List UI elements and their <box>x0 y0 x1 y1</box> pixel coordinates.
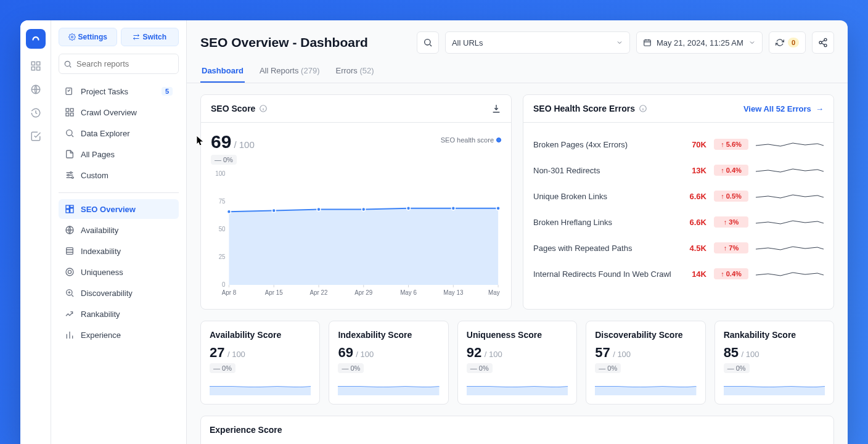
tasks-icon <box>65 86 75 96</box>
sidebar-item-rankability[interactable]: Rankability <box>59 304 179 324</box>
chevron-down-icon <box>616 39 623 46</box>
svg-rect-1 <box>36 62 39 65</box>
date-dropdown[interactable]: May 21, 2024, 11:25 AM <box>636 31 763 54</box>
info-icon[interactable] <box>639 104 647 113</box>
main-area: SEO Overview - Dashboard All URLs May 21… <box>187 20 848 444</box>
refresh-button[interactable]: 0 <box>769 31 806 54</box>
sidebar-item-project-tasks[interactable]: Project Tasks5 <box>59 81 179 101</box>
svg-marker-59 <box>467 387 568 395</box>
grid-icon <box>65 107 75 117</box>
error-row[interactable]: Broken Pages (4xx Errors)70K↑ 5.6% <box>533 131 824 157</box>
sparkline <box>756 216 824 228</box>
search-input[interactable] <box>59 54 179 74</box>
svg-point-28 <box>824 44 827 47</box>
error-row[interactable]: Non-301 Redirects13K↑ 0.4% <box>533 157 824 183</box>
discover-icon <box>65 288 75 298</box>
sparkline <box>338 378 439 395</box>
svg-point-52 <box>362 208 366 212</box>
share-button[interactable] <box>812 31 834 54</box>
errors-panel: SEO Health Score Errors View All 52 Erro… <box>523 94 834 310</box>
score-card-availability-score[interactable]: Availability Score27 / 100— 0% <box>200 321 320 405</box>
score-card-uniqueness-score[interactable]: Uniqueness Score92 / 100— 0% <box>457 321 577 405</box>
sparkline <box>756 242 824 254</box>
seo-score-chart: 0255075100Apr 8Apr 15Apr 22Apr 29May 6Ma… <box>211 171 501 300</box>
svg-text:Apr 15: Apr 15 <box>265 289 283 296</box>
app-logo[interactable] <box>26 29 46 49</box>
page-icon <box>65 149 75 159</box>
sidebar-item-discoverability[interactable]: Discoverability <box>59 283 179 303</box>
svg-rect-3 <box>36 67 39 70</box>
score-card-rankability-score[interactable]: Rankability Score85 / 100— 0% <box>714 321 834 405</box>
info-icon[interactable] <box>259 104 268 113</box>
svg-rect-8 <box>66 109 69 112</box>
view-all-errors-link[interactable]: View All 52 Errors → <box>743 104 824 113</box>
svg-rect-0 <box>31 62 35 65</box>
sparkline <box>724 378 825 395</box>
gear-icon <box>68 33 76 41</box>
sidebar-item-all-pages[interactable]: All Pages <box>59 144 179 164</box>
svg-rect-17 <box>70 205 73 207</box>
sparkline <box>756 138 824 150</box>
url-filter-label: All URLs <box>452 38 483 47</box>
globe-icon[interactable] <box>30 83 42 96</box>
svg-point-12 <box>67 130 72 136</box>
error-row[interactable]: Internal Redirects Found In Web Crawl14K… <box>533 261 824 287</box>
tab-all-reports[interactable]: All Reports (279) <box>258 60 321 83</box>
apps-icon[interactable] <box>30 60 42 72</box>
refresh-badge: 0 <box>788 38 799 47</box>
index-icon <box>65 246 75 256</box>
download-icon[interactable] <box>491 104 501 113</box>
svg-text:75: 75 <box>219 198 226 205</box>
svg-point-6 <box>65 61 70 66</box>
svg-point-50 <box>272 208 276 212</box>
score-cards-row: Availability Score27 / 100— 0%Indexabili… <box>200 321 834 405</box>
seo-score-value: 69 <box>211 131 231 152</box>
sidebar-item-custom[interactable]: Custom <box>59 165 179 185</box>
svg-marker-61 <box>724 387 825 395</box>
content: SEO Score 69 / 100 <box>187 83 848 444</box>
sparkline <box>756 190 824 202</box>
svg-text:0: 0 <box>222 281 226 288</box>
settings-button[interactable]: Settings <box>59 28 117 46</box>
legend-label: SEO health score <box>441 136 494 144</box>
sidebar-item-availability[interactable]: Availability <box>59 220 179 240</box>
sparkline <box>756 164 824 176</box>
url-filter-dropdown[interactable]: All URLs <box>445 31 630 54</box>
tab-dashboard[interactable]: Dashboard <box>200 60 245 83</box>
history-icon[interactable] <box>30 107 42 119</box>
svg-text:Apr 8: Apr 8 <box>222 289 237 296</box>
svg-text:May 13: May 13 <box>443 289 464 296</box>
search-button[interactable] <box>417 31 439 54</box>
svg-rect-10 <box>66 113 69 116</box>
switch-button[interactable]: Switch <box>121 28 179 46</box>
svg-point-15 <box>72 177 73 179</box>
sidebar-item-data-explorer[interactable]: Data Explorer <box>59 123 179 143</box>
svg-rect-18 <box>70 208 73 213</box>
svg-point-51 <box>317 208 321 212</box>
seo-score-delta: — 0% <box>211 155 237 165</box>
svg-text:May 6: May 6 <box>400 289 417 296</box>
sidebar-item-seo-overview[interactable]: SEO Overview <box>59 199 179 219</box>
nav-divider <box>59 192 179 193</box>
unique-icon <box>65 267 75 277</box>
error-row[interactable]: Unique Broken Links6.6K↑ 0.5% <box>533 183 824 209</box>
score-card-discoverability-score[interactable]: Discoverability Score57 / 100— 0% <box>586 321 705 405</box>
sparkline <box>595 378 696 395</box>
search-icon <box>63 60 72 68</box>
tab-errors[interactable]: Errors (52) <box>334 60 375 83</box>
score-card-indexability-score[interactable]: Indexability Score69 / 100— 0% <box>329 321 448 405</box>
rank-icon <box>65 309 75 319</box>
refresh-icon <box>776 38 784 47</box>
sidebar-item-indexability[interactable]: Indexability <box>59 241 179 261</box>
error-row[interactable]: Broken Hreflang Links6.6K↑ 3% <box>533 209 824 235</box>
page-title: SEO Overview - Dashboard <box>200 35 368 50</box>
bars-icon <box>65 330 75 340</box>
settings-label: Settings <box>78 33 107 41</box>
sidebar-item-crawl-overview[interactable]: Crawl Overview <box>59 102 179 122</box>
switch-label: Switch <box>142 33 166 41</box>
sidebar-item-uniqueness[interactable]: Uniqueness <box>59 262 179 282</box>
sidebar-item-experience[interactable]: Experience <box>59 325 179 345</box>
check-icon[interactable] <box>30 130 42 142</box>
svg-marker-60 <box>595 387 696 395</box>
error-row[interactable]: Pages with Repeated Paths4.5K↑ 7% <box>533 235 824 261</box>
